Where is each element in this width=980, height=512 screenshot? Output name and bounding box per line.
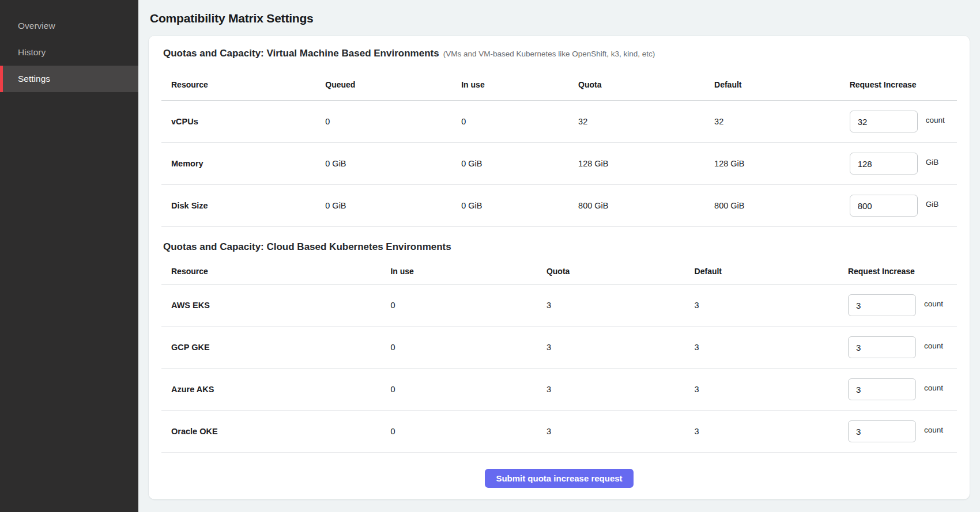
column-header-resource: Resource — [161, 80, 325, 89]
unit-label: count — [926, 116, 945, 124]
section-heading-text: Quotas and Capacity: Cloud Based Kuberne… — [163, 241, 451, 252]
value-in-use: 0 — [390, 385, 546, 394]
unit-label: count — [924, 384, 943, 392]
request-increase-input-oracle-oke[interactable] — [848, 420, 916, 442]
section-heading-text: Quotas and Capacity: Virtual Machine Bas… — [163, 48, 439, 59]
value-in-use: 0 — [390, 343, 546, 352]
sidebar-item-history[interactable]: History — [0, 39, 138, 66]
request-increase-input-gcp-gke[interactable] — [848, 336, 916, 358]
sidebar: OverviewHistorySettings — [0, 0, 138, 512]
request-increase-input-aws-eks[interactable] — [848, 294, 916, 316]
request-increase-cell: GiB — [850, 195, 957, 217]
section-heading-cloud: Quotas and Capacity: Cloud Based Kuberne… — [163, 241, 957, 253]
value-default: 800 GiB — [714, 201, 850, 210]
request-increase-cell: count — [848, 378, 957, 400]
column-header-quota: Quota — [578, 80, 714, 89]
resource-name: GCP GKE — [161, 343, 390, 352]
value-in-use: 0 GiB — [461, 201, 578, 210]
unit-label: count — [924, 299, 943, 308]
value-quota: 800 GiB — [578, 201, 714, 210]
request-increase-cell: GiB — [850, 153, 957, 175]
column-header-resource: Resource — [161, 267, 390, 276]
value-in-use: 0 — [461, 117, 578, 126]
sidebar-item-label: Overview — [18, 21, 55, 31]
value-quota: 3 — [546, 301, 695, 310]
value-quota: 3 — [546, 427, 695, 436]
value-in-use: 0 — [390, 301, 546, 310]
value-default: 32 — [714, 117, 850, 126]
table-row-vcpus: vCPUs003232count — [161, 101, 957, 143]
column-header-quota: Quota — [546, 267, 695, 276]
request-increase-input-vcpus[interactable] — [850, 111, 918, 132]
quota-table-vm: ResourceQueuedIn useQuotaDefaultRequest … — [161, 69, 957, 227]
unit-label: count — [924, 342, 943, 350]
table-row-memory: Memory0 GiB0 GiB128 GiB128 GiBGiB — [161, 143, 957, 185]
resource-name: vCPUs — [161, 117, 325, 126]
value-quota: 128 GiB — [578, 159, 714, 168]
table-row-disk-size: Disk Size0 GiB0 GiB800 GiB800 GiBGiB — [161, 185, 957, 227]
page-title: Compatibility Matrix Settings — [150, 10, 970, 26]
request-increase-cell: count — [848, 420, 957, 442]
value-queued: 0 — [325, 117, 461, 126]
value-in-use: 0 GiB — [461, 159, 578, 168]
value-quota: 3 — [546, 385, 695, 394]
column-header-default: Default — [714, 80, 850, 89]
table-row-azure-aks: Azure AKS033count — [161, 369, 957, 411]
value-default: 3 — [695, 385, 848, 394]
quota-table-cloud: ResourceIn useQuotaDefaultRequest Increa… — [161, 258, 957, 453]
resource-name: Memory — [161, 159, 325, 168]
app-window: OverviewHistorySettings Compatibility Ma… — [0, 0, 980, 512]
request-increase-input-azure-aks[interactable] — [848, 378, 916, 400]
value-default: 3 — [695, 427, 848, 436]
column-header-queued: Queued — [325, 80, 461, 89]
value-default: 128 GiB — [714, 159, 850, 168]
table-row-gcp-gke: GCP GKE033count — [161, 327, 957, 369]
resource-name: Oracle OKE — [161, 427, 390, 436]
value-in-use: 0 — [390, 427, 546, 436]
settings-card: Quotas and Capacity: Virtual Machine Bas… — [149, 36, 970, 499]
resource-name: Azure AKS — [161, 385, 390, 394]
request-increase-cell: count — [848, 294, 957, 316]
request-increase-input-memory[interactable] — [850, 153, 918, 175]
value-quota: 32 — [578, 117, 714, 126]
sidebar-item-label: Settings — [18, 74, 50, 84]
resource-name: AWS EKS — [161, 301, 390, 310]
quota-sections: Quotas and Capacity: Virtual Machine Bas… — [161, 47, 957, 453]
unit-label: count — [924, 426, 943, 434]
card-footer: Submit quota increase request — [161, 453, 957, 488]
request-increase-input-disk-size[interactable] — [850, 195, 918, 217]
request-increase-cell: count — [850, 111, 957, 132]
request-increase-cell: count — [848, 336, 957, 358]
table-row-aws-eks: AWS EKS033count — [161, 285, 957, 327]
unit-label: GiB — [926, 200, 939, 208]
sidebar-item-settings[interactable]: Settings — [0, 66, 138, 92]
value-quota: 3 — [546, 343, 695, 352]
value-default: 3 — [695, 343, 848, 352]
column-header-request-increase: Request Increase — [848, 267, 957, 276]
value-queued: 0 GiB — [325, 201, 461, 210]
sidebar-item-label: History — [18, 47, 46, 58]
column-header-in-use: In use — [461, 80, 578, 89]
unit-label: GiB — [926, 158, 939, 166]
table-row-oracle-oke: Oracle OKE033count — [161, 411, 957, 453]
section-heading-vm: Quotas and Capacity: Virtual Machine Bas… — [163, 47, 957, 60]
section-subtitle: (VMs and VM-based Kubernetes like OpenSh… — [443, 50, 655, 58]
column-header-request-increase: Request Increase — [850, 80, 957, 89]
table-header-row: ResourceQueuedIn useQuotaDefaultRequest … — [161, 69, 957, 101]
resource-name: Disk Size — [161, 201, 325, 210]
value-default: 3 — [695, 301, 848, 310]
column-header-in-use: In use — [390, 267, 546, 276]
sidebar-item-overview[interactable]: Overview — [0, 13, 138, 39]
main-content: Compatibility Matrix Settings Quotas and… — [138, 0, 980, 512]
table-header-row: ResourceIn useQuotaDefaultRequest Increa… — [161, 258, 957, 285]
submit-quota-increase-button[interactable]: Submit quota increase request — [485, 469, 633, 488]
column-header-default: Default — [695, 267, 848, 276]
value-queued: 0 GiB — [325, 159, 461, 168]
